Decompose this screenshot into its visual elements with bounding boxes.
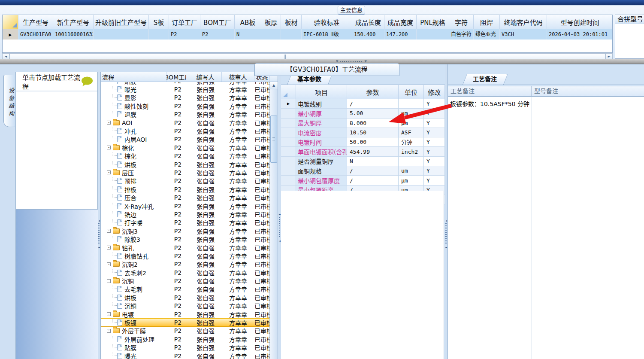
cell-value[interactable]: P2 — [200, 29, 235, 40]
tree-row[interactable]: 冲孔P2张自强方幸幸已审核 — [101, 127, 270, 135]
tree-row[interactable]: 压合P2张自强方幸幸已审核 — [101, 193, 270, 201]
tree-row[interactable]: 去毛刺P2张自强方幸幸已审核 — [101, 285, 270, 293]
tree-node[interactable]: 沉铜 — [101, 302, 166, 310]
tree-row[interactable]: 烘板P2张自强方幸幸已审核 — [101, 160, 270, 168]
cell-value[interactable] — [149, 29, 169, 40]
column-header[interactable]: 验收标准 — [302, 15, 352, 29]
tree-row[interactable]: 打字喽P2张自强方幸幸已审核 — [101, 219, 270, 227]
mid-vertical-splitter[interactable]: ◄ ◄ — [278, 64, 281, 359]
param-row[interactable]: 最大铜厚8.000µmY — [281, 119, 445, 128]
tree-node[interactable]: -层压 — [101, 168, 166, 176]
tree-row[interactable]: 排板P2张自强方幸幸已审核 — [101, 185, 270, 193]
column-header[interactable]: S板 — [149, 15, 169, 29]
tree-node[interactable]: 打字喽 — [101, 219, 166, 227]
tree-node[interactable]: 除胶3 — [101, 235, 166, 243]
cell-value[interactable] — [281, 29, 302, 40]
param-value-cell[interactable]: / — [347, 176, 399, 185]
collapse-icon[interactable]: - — [107, 121, 111, 125]
column-header[interactable]: 型号创建时间 — [547, 15, 613, 29]
tree-node[interactable]: 曝光 — [101, 352, 166, 359]
tree-node[interactable]: 去毛刺2 — [101, 268, 166, 277]
tree-scroll-thumb[interactable] — [270, 116, 277, 163]
tree-row[interactable]: 外层前处理P2张自强方幸幸已审核 — [101, 335, 270, 343]
column-header[interactable]: AB板 — [235, 15, 261, 29]
cell-value[interactable]: 绿色亚光 — [474, 29, 500, 40]
tree-row[interactable]: 棕化P2张自强方幸幸已审核 — [101, 152, 270, 160]
tree-row[interactable]: 铣边P2张自强方幸幸已审核 — [101, 210, 270, 218]
tree-row[interactable]: -电镀P2张自强方幸幸已审核 — [101, 310, 270, 318]
collapse-icon[interactable]: - — [107, 262, 111, 266]
tree-node[interactable]: 树脂钻孔 — [101, 252, 166, 260]
cell-value[interactable]: GV3CH01FA0 — [18, 29, 53, 40]
right-vertical-splitter[interactable]: ◄ ◄ — [444, 64, 447, 359]
tree-node[interactable]: -沉铜3 — [101, 227, 166, 235]
tree-node[interactable]: 贴膜 — [101, 344, 166, 352]
tree-row[interactable]: 去毛刺2P2张自强方幸幸已审核 — [101, 268, 270, 277]
cell-value[interactable] — [94, 29, 149, 40]
tree-column-header[interactable]: 流程 — [101, 72, 166, 82]
tree-row[interactable]: -沉铜2P2张自强方幸幸已审核 — [101, 260, 270, 268]
tree-node[interactable]: 棕化 — [101, 152, 166, 160]
tree-row[interactable]: 显影P2张自强方幸幸已审核 — [101, 94, 270, 102]
tree-node[interactable]: -电镀 — [101, 310, 166, 318]
tree-node[interactable]: -棕化 — [101, 143, 166, 152]
tree-column-header[interactable]: 核审人 — [222, 72, 254, 82]
tree-column-header[interactable]: 编写人 — [189, 72, 222, 82]
tree-row[interactable]: 内层AOIP2张自强方幸幸已审核 — [101, 135, 270, 143]
tree-node[interactable]: -AOI — [101, 119, 166, 127]
cell-value[interactable]: N — [235, 29, 261, 40]
param-corner-cell[interactable] — [281, 85, 296, 99]
collapse-icon[interactable]: - — [107, 312, 111, 316]
cell-value[interactable]: 2026-04-03 20:01:01 — [547, 29, 613, 40]
tree-row[interactable]: 除胶3P2张自强方幸幸已审核 — [101, 235, 270, 243]
select-all-cell[interactable] — [3, 15, 18, 29]
column-header[interactable]: PNL规格 — [417, 15, 449, 29]
column-header[interactable]: 字符 — [449, 15, 474, 29]
tree-node[interactable]: -钻孔 — [101, 243, 166, 252]
tree-row[interactable]: 树脂钻孔P2张自强方幸幸已审核 — [101, 252, 270, 260]
collapse-icon[interactable]: - — [107, 146, 111, 149]
column-header[interactable]: 生产型号 — [18, 15, 53, 29]
tree-node[interactable]: 酸性蚀刻 — [101, 102, 166, 110]
cell-value[interactable]: IPC-6018 Ⅱ级 — [302, 29, 352, 40]
collapse-icon[interactable]: - — [107, 279, 111, 283]
tree-row[interactable]: 退膜P2张自强方幸幸已审核 — [101, 110, 270, 119]
param-column-header[interactable]: 项目 — [296, 85, 347, 99]
param-row[interactable]: 是否测量铜厚NY — [281, 157, 445, 166]
tree-node[interactable]: 曝光 — [101, 85, 166, 93]
tree-node[interactable]: -沉铜2 — [101, 260, 166, 268]
cell-value[interactable]: V3CH — [500, 29, 547, 40]
param-value-cell[interactable]: 10.50 — [347, 128, 399, 137]
combined-model-header[interactable]: 合拼型号 — [615, 15, 644, 24]
cell-value[interactable]: 白色字符 — [449, 29, 474, 40]
collapse-icon[interactable]: - — [107, 170, 111, 174]
column-header[interactable]: 订单工厂 — [169, 15, 200, 29]
tree-node[interactable]: 外层前处理 — [101, 335, 166, 343]
tree-row[interactable]: -沉铜P2张自强方幸幸已审核 — [101, 277, 270, 285]
column-header[interactable]: 成品长度 — [352, 15, 384, 29]
tree-column-header[interactable]: BOM工厂 — [166, 72, 189, 82]
tree-row[interactable]: -层压P2张自强方幸幸已审核 — [101, 168, 270, 176]
hscroll-grip-icon[interactable] — [283, 55, 286, 59]
param-row[interactable]: 最小铜厚5.00µmY — [281, 109, 445, 118]
tree-row[interactable]: -AOIP2张自强方幸幸已审核 — [101, 119, 270, 127]
tree-row[interactable]: 板镀P2张自强方幸幸已审核 — [101, 318, 270, 326]
tree-node[interactable]: 内层AOI — [101, 135, 166, 143]
collapse-icon[interactable]: - — [107, 246, 111, 249]
grid-corner[interactable]: ▶ — [3, 15, 18, 52]
tree-node[interactable]: 冲孔 — [101, 127, 166, 135]
tab-device-structure[interactable]: 设备结构 — [3, 75, 15, 127]
cell-value[interactable] — [417, 29, 449, 40]
cell-value[interactable] — [261, 29, 281, 40]
tree-node[interactable]: 贴膜 — [101, 82, 166, 85]
param-column-header[interactable]: 单位 — [399, 85, 424, 99]
cell-value[interactable]: 10011600016326 — [53, 29, 94, 40]
tree-node[interactable]: 去毛刺 — [101, 285, 166, 293]
tree-row[interactable]: -外层干膜P2张自强方幸幸已审核 — [101, 327, 270, 335]
tab-main-info[interactable]: 主要信息 — [338, 6, 365, 15]
tree-node[interactable]: -沉铜 — [101, 277, 166, 285]
tree-node[interactable]: X-Ray冲孔 — [101, 202, 166, 210]
param-value-cell[interactable]: 5.00 — [347, 109, 399, 118]
tree-node[interactable]: 烘板 — [101, 293, 166, 301]
column-header[interactable]: 终端客户代码 — [500, 15, 547, 29]
